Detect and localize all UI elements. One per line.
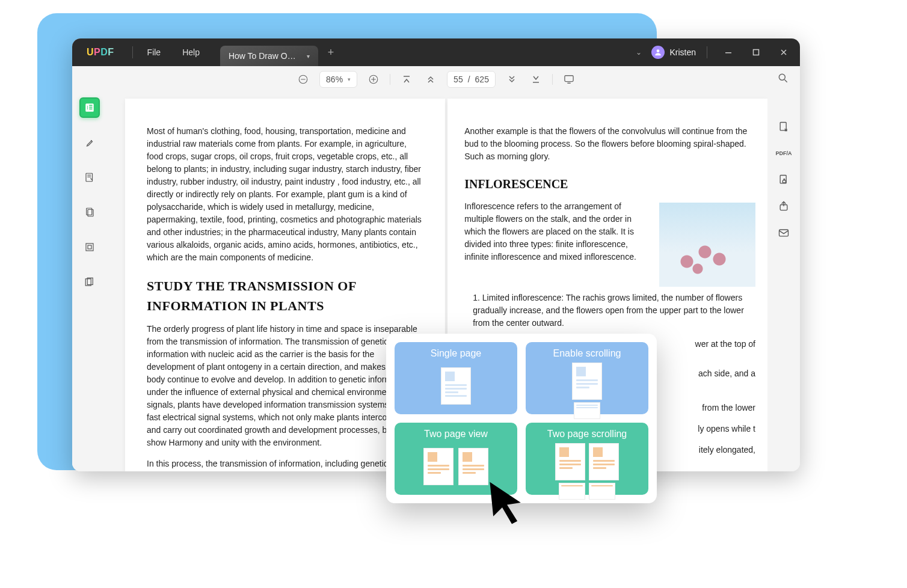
page-total: 625 [475,75,489,84]
separator [552,74,553,85]
last-page-button[interactable] [528,72,544,87]
page-indicator[interactable]: 55 / 625 [447,71,496,88]
user-name: Kristen [669,47,696,57]
thumb-icon [398,363,514,409]
option-label: Two page scrolling [547,429,627,439]
new-tab-button[interactable]: + [328,46,334,59]
zoom-value: 86% [326,75,343,84]
crop-button[interactable] [79,237,100,257]
svg-rect-21 [86,243,93,251]
avatar-icon [651,46,665,59]
separator [390,74,390,85]
paragraph: Most of human's clothing, food, housing,… [147,125,423,264]
titlebar: UPDF File Help How To Draw O… ▾ + ⌄ Kris… [72,38,800,66]
prev-page-button[interactable] [423,72,438,87]
close-button[interactable] [773,43,794,61]
svg-rect-22 [88,245,91,249]
view-two-page-scrolling[interactable]: Two page scrolling [526,423,648,495]
svg-line-10 [785,80,787,82]
tab-caret-icon[interactable]: ▾ [307,53,310,60]
right-rail: PDF/A [767,93,800,471]
share-button[interactable] [777,200,790,213]
export-button[interactable] [777,120,790,133]
svg-rect-12 [87,105,88,111]
minimize-button[interactable] [718,43,739,61]
paragraph: In this process, the transmission of inf… [147,458,423,471]
zoom-level[interactable]: 86% ▾ [319,71,357,88]
svg-rect-27 [782,180,786,183]
svg-rect-1 [725,52,731,54]
zoom-in-button[interactable] [366,72,381,87]
cursor-icon [486,479,528,527]
heading: INFLORESCENCE [464,175,755,193]
view-single-page[interactable]: Single page [395,342,517,414]
annotate-button[interactable] [79,132,100,153]
paragraph: Another example is that the flowers of t… [464,125,755,163]
titlebar-right: ⌄ Kristen [636,38,794,66]
edit-text-button[interactable] [79,167,100,188]
option-label: Single page [431,348,482,359]
svg-rect-16 [86,173,93,182]
document-tab[interactable]: How To Draw O… ▾ [220,46,318,66]
svg-rect-26 [780,176,786,183]
organize-button[interactable] [79,202,100,222]
menu-file[interactable]: File [137,47,172,57]
svg-point-9 [779,74,785,80]
svg-rect-8 [565,76,573,82]
inflorescence-image [659,203,755,287]
user-account[interactable]: Kristen [651,46,696,59]
option-label: Enable scrolling [553,348,621,359]
maximize-button[interactable] [746,43,766,61]
app-logo: UPDF [87,47,114,58]
zoom-out-button[interactable] [295,72,311,87]
pages-panel-button[interactable] [79,272,100,292]
search-button[interactable] [777,72,789,86]
option-label: Two page view [424,429,488,439]
reader-mode-button[interactable] [79,97,100,118]
collapse-ribbon-icon[interactable]: ⌄ [636,48,642,57]
thumb-icon [529,363,645,419]
page-sep: / [468,75,470,84]
view-mode-popover: Single page Enable scrolling Two page vi… [386,334,657,503]
next-page-button[interactable] [504,72,520,87]
thumb-icon [529,443,645,500]
separator [707,46,707,58]
svg-rect-2 [754,50,759,55]
protect-button[interactable] [777,173,790,186]
left-rail [72,93,107,471]
tab-title: How To Draw O… [229,51,296,61]
email-button[interactable] [777,226,790,239]
presentation-button[interactable] [561,72,577,87]
heading: STUDY THE TRANSMISSION OF INFORMATION IN… [147,276,423,316]
page-current: 55 [454,75,463,84]
svg-rect-29 [779,230,789,236]
view-enable-scrolling[interactable]: Enable scrolling [526,342,648,414]
list-item: 1. Limited inflorescence: The rachis gro… [464,292,755,329]
pdfa-button[interactable]: PDF/A [777,147,790,160]
svg-point-0 [657,49,660,52]
menu-help[interactable]: Help [171,47,211,57]
toolbar: 86% ▾ 55 / 625 [72,66,800,93]
paragraph: The orderly progress of plant life histo… [147,323,423,449]
zoom-caret-icon: ▾ [348,76,351,82]
first-page-button[interactable] [399,72,414,87]
separator [132,46,133,58]
